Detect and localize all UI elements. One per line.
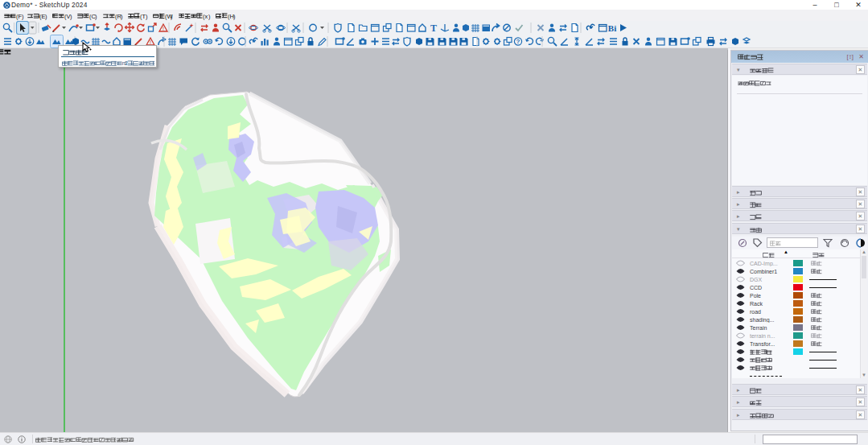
- svg-text:): ): [95, 13, 97, 20]
- svg-text:!: !: [162, 26, 164, 31]
- svg-text:?: ?: [516, 38, 520, 45]
- svg-text:): ): [22, 13, 24, 20]
- svg-text:): ): [121, 13, 123, 20]
- svg-text:!: !: [150, 39, 151, 45]
- svg-text:): ): [208, 13, 211, 20]
- svg-text:): ): [233, 13, 236, 20]
- svg-text:Bi: Bi: [608, 23, 616, 33]
- svg-text:): ): [70, 13, 72, 20]
- svg-text:x: x: [205, 13, 208, 20]
- svg-text:T: T: [430, 23, 437, 34]
- svg-text:): ): [146, 13, 148, 20]
- svg-text:2: 2: [125, 60, 128, 67]
- svg-text:): ): [45, 13, 47, 20]
